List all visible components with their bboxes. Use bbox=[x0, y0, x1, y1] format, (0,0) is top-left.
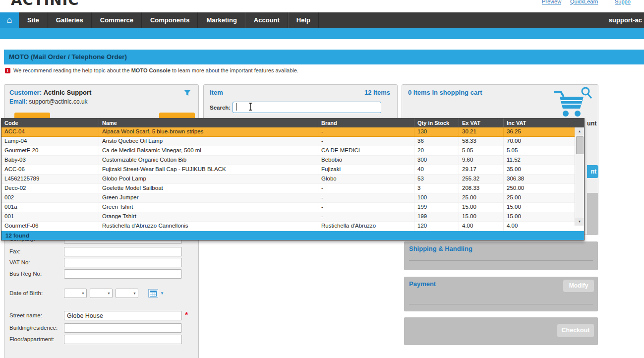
building-row: Building/residence: bbox=[4, 323, 198, 334]
scrollbar-thumb[interactable] bbox=[576, 136, 584, 154]
result-cell-brand: CA DE MEDICI bbox=[318, 146, 414, 155]
result-cell-inc_vat: 36.25 bbox=[503, 127, 584, 136]
result-cell-inc_vat: 306.38 bbox=[503, 175, 584, 183]
calendar-dropdown-icon[interactable]: ▼ bbox=[160, 291, 164, 296]
result-row[interactable]: 002Green Jumper-10025.0025.00 bbox=[1, 193, 584, 203]
dob-select-1[interactable]: ▼ bbox=[64, 289, 87, 298]
result-cell-qty: 300 bbox=[414, 156, 459, 165]
street-input[interactable] bbox=[64, 311, 182, 320]
ibeam-cursor-icon bbox=[248, 103, 253, 113]
moto-title-bar: MOTO (Mail Order / Telephone Order) bbox=[4, 50, 644, 64]
result-row[interactable]: Baby-03Customizable Organic Cotton BibBe… bbox=[1, 156, 584, 165]
column-header-name[interactable]: Name bbox=[99, 119, 318, 127]
result-row[interactable]: 001aGreen Tshirt-19915.0015.00 bbox=[1, 203, 584, 212]
home-icon: ⌂ bbox=[7, 15, 12, 25]
result-cell-brand: Fujizaki bbox=[318, 165, 414, 174]
result-cell-code: L4562125789 bbox=[1, 175, 99, 183]
bus-reg-input[interactable] bbox=[64, 269, 182, 279]
nav-home-tab[interactable]: ⌂ bbox=[0, 12, 19, 28]
dob-select-2[interactable]: ▼ bbox=[90, 289, 113, 298]
result-cell-code: ACC-06 bbox=[1, 165, 99, 174]
screen: ACTINIC Preview QuickLearn Suppo ⌂ Site … bbox=[0, 0, 644, 358]
modify-button[interactable]: Modify bbox=[563, 280, 594, 292]
result-cell-brand: Rustichella d'Abruzzo bbox=[318, 222, 414, 231]
column-header-ex-vat[interactable]: Ex VAT bbox=[459, 119, 503, 127]
calendar-icon[interactable] bbox=[148, 289, 158, 298]
nav-item-components[interactable]: Components bbox=[142, 12, 198, 28]
result-cell-code: GourmetF-20 bbox=[1, 146, 99, 155]
nav-item-account[interactable]: Account bbox=[245, 12, 288, 28]
page-title: MOTO (Mail Order / Telephone Order) bbox=[4, 50, 127, 64]
preview-link[interactable]: Preview bbox=[542, 0, 561, 4]
result-cell-qty: 53 bbox=[414, 175, 459, 183]
account-button-fragment[interactable]: nt bbox=[587, 165, 598, 178]
nav-item-galleries[interactable]: Galleries bbox=[48, 12, 92, 28]
result-cell-brand: - bbox=[318, 193, 414, 202]
bus-reg-label: Bus Reg No: bbox=[9, 271, 42, 277]
checkout-section: Checkout bbox=[404, 317, 598, 345]
required-mark: * bbox=[185, 311, 188, 320]
result-cell-ex_vat: 15.00 bbox=[459, 203, 503, 212]
moto-notice: ! We recommend reading the help topic ab… bbox=[5, 67, 298, 74]
result-row[interactable]: L4562125789Globo Pool LampGlobo53255.323… bbox=[1, 175, 584, 184]
result-row[interactable]: GourmetF-20Ca de Medici Balsamic Vinegar… bbox=[1, 146, 584, 156]
nav-items: Site Galleries Commerce Components Marke… bbox=[19, 12, 319, 28]
customer-header: Customer: Actinic Support bbox=[9, 89, 91, 96]
floor-input[interactable] bbox=[64, 335, 182, 344]
result-row[interactable]: 001Orange Tshirt-19915.0015.00 bbox=[1, 212, 584, 222]
scroll-up-icon[interactable]: ▲ bbox=[575, 127, 584, 135]
result-row[interactable]: Deco-02Goelette Model Sailboat-3208.3325… bbox=[1, 184, 584, 193]
result-cell-code: 001a bbox=[1, 203, 99, 212]
dob-select-3[interactable]: ▼ bbox=[116, 289, 138, 298]
results-header-row: Code Name Brand Qty in Stock Ex VAT Inc … bbox=[1, 119, 584, 127]
result-row[interactable]: ACC-06Fujizaki Street-Wear Ball Cap - FU… bbox=[1, 165, 584, 175]
account-text-fragment: unt bbox=[587, 120, 596, 127]
column-header-brand[interactable]: Brand bbox=[318, 119, 414, 127]
result-cell-qty: 40 bbox=[414, 165, 459, 174]
result-row[interactable]: ACC-04Alpaca Wool Scarf, 5 blue-brown st… bbox=[1, 127, 584, 137]
result-row[interactable]: Lamp-04Aristo Quebec Oil Lamp-3658.3370.… bbox=[1, 137, 584, 146]
nav-item-site[interactable]: Site bbox=[19, 12, 48, 28]
result-cell-qty: 100 bbox=[414, 193, 459, 202]
result-cell-name: Orange Tshirt bbox=[99, 212, 318, 221]
search-label: Search: bbox=[210, 105, 231, 111]
result-cell-name: Fujizaki Street-Wear Ball Cap - FUJIKUB … bbox=[99, 165, 318, 174]
quicklearn-link[interactable]: QuickLearn bbox=[570, 0, 598, 4]
result-cell-brand: - bbox=[318, 212, 414, 221]
building-input[interactable] bbox=[64, 323, 182, 333]
customer-label: Customer: bbox=[9, 89, 42, 96]
checkout-button[interactable]: Checkout bbox=[557, 324, 594, 337]
logged-in-user[interactable]: support-ac bbox=[609, 12, 642, 28]
app-logo: ACTINIC bbox=[11, 0, 125, 6]
result-cell-code: Baby-03 bbox=[1, 156, 99, 165]
shipping-title: Shipping & Handling bbox=[409, 245, 472, 252]
customer-email-row: Email: support@actinic.co.uk bbox=[9, 98, 88, 105]
column-header-qty[interactable]: Qty in Stock bbox=[414, 119, 459, 127]
result-row[interactable]: GourmetF-06Rustichella d'Abruzzo Cannell… bbox=[1, 222, 584, 231]
nav-item-help[interactable]: Help bbox=[288, 12, 319, 28]
result-cell-inc_vat: 11.52 bbox=[503, 156, 584, 165]
filter-icon[interactable] bbox=[183, 89, 191, 98]
dob-row: Date of Birth: ▼ ▼ ▼ ▼ bbox=[4, 289, 198, 299]
column-header-code[interactable]: Code bbox=[1, 119, 99, 127]
result-cell-name: Ca de Medici Balsamic Vinegar, 500 ml bbox=[99, 146, 318, 155]
result-cell-inc_vat: 70.00 bbox=[503, 137, 584, 146]
result-cell-ex_vat: 9.60 bbox=[459, 156, 503, 165]
vat-no-input[interactable] bbox=[64, 258, 182, 267]
column-header-inc-vat[interactable]: Inc VAT bbox=[503, 119, 584, 127]
fax-row: Fax: bbox=[4, 247, 198, 258]
bus-reg-row: Bus Reg No: bbox=[4, 269, 198, 280]
result-cell-inc_vat: 35.00 bbox=[503, 165, 584, 174]
result-cell-ex_vat: 58.33 bbox=[459, 137, 503, 146]
scroll-down-icon[interactable]: ▼ bbox=[575, 218, 584, 226]
nav-item-commerce[interactable]: Commerce bbox=[92, 12, 142, 28]
results-scrollbar[interactable]: ▲ ▼ bbox=[575, 127, 584, 226]
nav-item-marketing[interactable]: Marketing bbox=[198, 12, 245, 28]
notice-text: We recommend reading the help topic abou… bbox=[13, 67, 298, 73]
result-cell-code: Lamp-04 bbox=[1, 137, 99, 146]
support-link[interactable]: Suppo bbox=[615, 0, 631, 4]
divider bbox=[409, 260, 593, 261]
search-input[interactable] bbox=[233, 102, 381, 113]
fax-input[interactable] bbox=[64, 247, 182, 256]
building-label: Building/residence: bbox=[9, 325, 58, 331]
